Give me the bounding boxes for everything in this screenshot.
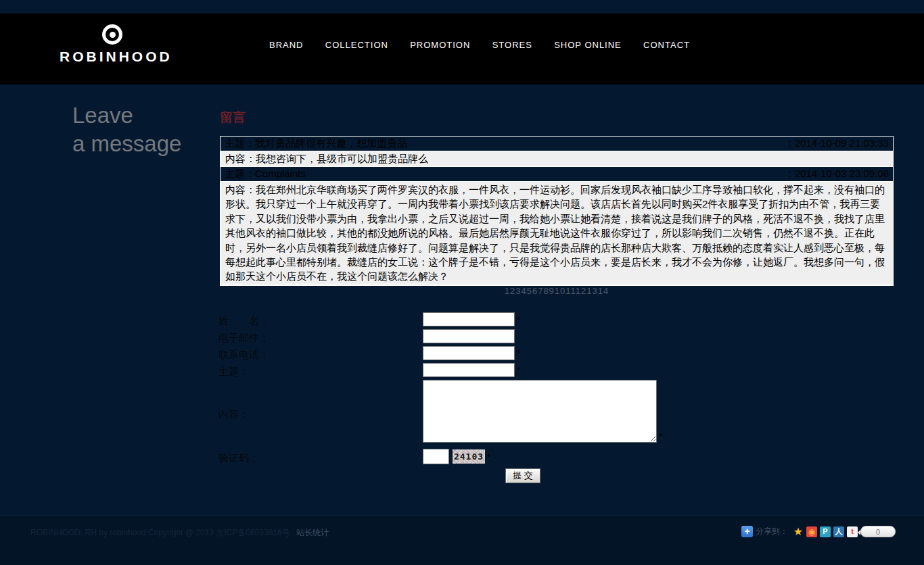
message-content: 内容：我想咨询下，县级市可以加盟贵品牌么	[225, 151, 428, 166]
nav-stores[interactable]: STORES	[492, 40, 532, 50]
brand-logo[interactable]: ROBINHOOD	[60, 24, 165, 65]
qzone-icon[interactable]: ★	[793, 526, 804, 537]
share-label: 分享到：	[756, 526, 788, 537]
required-mark: *	[517, 365, 520, 376]
copyright-text: ROBINHOOD. RH by robinhood Copyright @ 2…	[30, 528, 290, 537]
email-label: 电子邮件：	[218, 332, 269, 345]
subject-label: 主题：	[218, 366, 249, 378]
page-heading-line1: Leave	[72, 101, 181, 130]
required-mark: *	[517, 314, 520, 325]
message-time: ：2014-10-09 21:03:33	[785, 137, 889, 150]
phone-label: 联系电话：	[218, 349, 269, 362]
logo-text: ROBINHOOD	[60, 49, 165, 65]
message-subject: 主题：Complaints	[225, 168, 306, 180]
sina-weibo-icon[interactable]: ◉	[806, 526, 817, 537]
site-footer: ROBINHOOD. RH by robinhood Copyright @ 2…	[0, 515, 924, 565]
captcha-image[interactable]: 24103	[453, 449, 485, 464]
subject-field[interactable]	[423, 363, 515, 377]
nav-shop-online[interactable]: SHOP ONLINE	[554, 40, 622, 50]
site-stats-link[interactable]: 站长统计	[296, 528, 329, 537]
share-bar: + 分享到： ★ ◉ P 人 t 0	[741, 526, 896, 537]
name-label: 姓 名：	[218, 315, 269, 328]
nav-promotion[interactable]: PROMOTION	[410, 40, 470, 50]
required-mark: *	[517, 348, 520, 359]
submit-button[interactable]: 提 交	[505, 468, 540, 483]
message-time: ：2014-10-03 23:09:08	[785, 168, 889, 180]
message-content: 内容：我在郑州北京华联商场买了两件罗宾汉的衣服，一件风衣，一件运动衫。回家后发现…	[225, 184, 885, 282]
message-subject-row: 主题：我对贵品牌很有兴趣，想加盟贵品 ：2014-10-09 21:03:33	[221, 137, 893, 151]
renren-icon[interactable]: 人	[833, 526, 844, 537]
message-subject-row: 主题：Complaints ：2014-10-03 23:09:08	[221, 167, 893, 182]
nav-brand[interactable]: BRAND	[269, 40, 304, 50]
nav-collection[interactable]: COLLECTION	[325, 40, 388, 50]
main-nav: BRAND COLLECTION PROMOTION STORES SHOP O…	[269, 40, 690, 50]
page-heading-line2: a message	[72, 130, 181, 158]
copyright: ROBINHOOD. RH by robinhood Copyright @ 2…	[30, 527, 329, 539]
phone-field[interactable]	[423, 346, 515, 360]
nav-contact[interactable]: CONTACT	[643, 40, 690, 50]
page: ROBINHOOD BRAND COLLECTION PROMOTION STO…	[0, 0, 924, 565]
pengyou-icon[interactable]: P	[820, 526, 831, 537]
captcha-field[interactable]	[423, 449, 449, 464]
page-title: 留言	[220, 109, 246, 126]
required-mark: *	[487, 451, 490, 462]
page-heading: Leave a message	[72, 101, 181, 158]
message-subject: 主题：我对贵品牌很有兴趣，想加盟贵品	[225, 137, 407, 150]
pagination[interactable]: 1234567891011121314	[220, 286, 894, 296]
message-content-row: 内容：我想咨询下，县级市可以加盟贵品牌么	[221, 151, 893, 167]
target-icon	[102, 24, 122, 45]
message-list: 主题：我对贵品牌很有兴趣，想加盟贵品 ：2014-10-09 21:03:33 …	[220, 136, 894, 286]
name-field[interactable]	[423, 312, 515, 326]
message-content-row: 内容：我在郑州北京华联商场买了两件罗宾汉的衣服，一件风衣，一件运动衫。回家后发现…	[221, 182, 893, 285]
tencent-weibo-icon[interactable]: t	[847, 526, 858, 537]
share-count[interactable]: 0	[860, 526, 896, 537]
captcha-label: 验证码：	[218, 452, 259, 465]
site-header: ROBINHOOD BRAND COLLECTION PROMOTION STO…	[0, 14, 924, 84]
content-field[interactable]	[423, 380, 657, 443]
content-label: 内容：	[218, 408, 249, 421]
share-plus-icon[interactable]: +	[741, 526, 753, 537]
email-field[interactable]	[423, 329, 515, 343]
required-mark: *	[659, 431, 662, 442]
